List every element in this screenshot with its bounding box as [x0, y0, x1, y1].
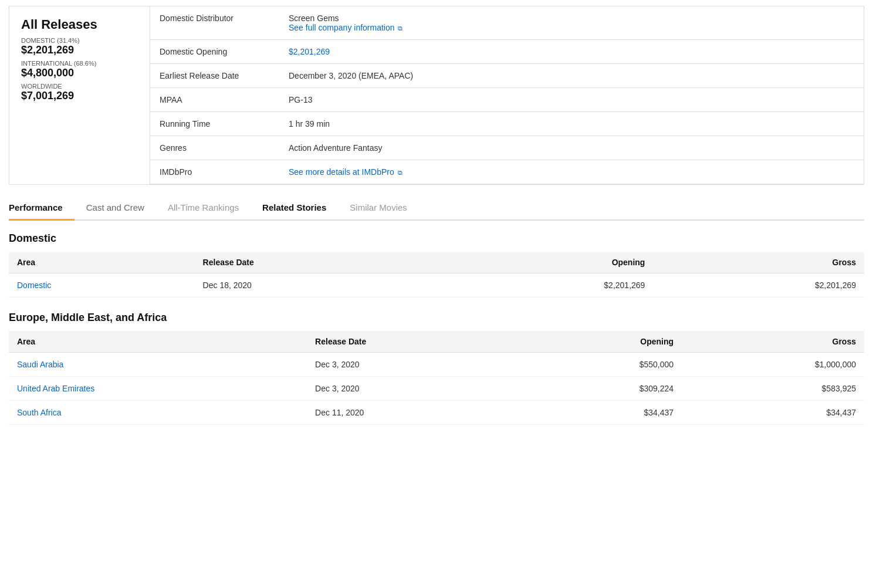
- info-row-runtime: Running Time 1 hr 39 min: [150, 112, 864, 136]
- info-label-distributor: Domestic Distributor: [150, 6, 279, 40]
- domestic-release-date: Dec 18, 2020: [195, 273, 442, 298]
- southafrica-area: South Africa: [9, 401, 307, 425]
- info-value-imdbpro: See more details at IMDbPro ⧉: [279, 160, 864, 184]
- tab-similar-movies[interactable]: Similar Movies: [350, 197, 419, 219]
- info-value-opening: $2,201,269: [279, 40, 864, 64]
- emea-table-header: Area Release Date Opening Gross: [9, 331, 864, 353]
- info-label-release-date: Earliest Release Date: [150, 64, 279, 88]
- emea-col-gross: Gross: [682, 331, 864, 353]
- domestic-area: Domestic: [9, 273, 195, 298]
- domestic-amount: $2,201,269: [21, 44, 138, 56]
- southafrica-area-link[interactable]: South Africa: [17, 408, 62, 417]
- info-value-mpaa: PG-13: [279, 88, 864, 112]
- col-opening: Opening: [442, 252, 654, 273]
- saudi-opening: $550,000: [521, 353, 682, 377]
- worldwide-label: WORLDWIDE: [21, 83, 138, 90]
- info-label-mpaa: MPAA: [150, 88, 279, 112]
- info-value-runtime: 1 hr 39 min: [279, 112, 864, 136]
- domestic-opening: $2,201,269: [442, 273, 654, 298]
- external-link-icon-2: ⧉: [398, 169, 402, 176]
- uae-release-date: Dec 3, 2020: [307, 377, 521, 401]
- uae-area: United Arab Emirates: [9, 377, 307, 401]
- tab-cast-crew[interactable]: Cast and Crew: [86, 197, 156, 219]
- domestic-section: Domestic Area Release Date Opening Gross…: [9, 232, 864, 298]
- col-gross: Gross: [653, 252, 864, 273]
- international-label: INTERNATIONAL (68.6%): [21, 60, 138, 67]
- company-info-link[interactable]: See full company information ⧉: [289, 23, 402, 32]
- worldwide-amount: $7,001,269: [21, 90, 138, 102]
- domestic-table-header: Area Release Date Opening Gross: [9, 252, 864, 273]
- col-area: Area: [9, 252, 195, 273]
- emea-col-opening: Opening: [521, 331, 682, 353]
- domestic-area-link[interactable]: Domestic: [17, 281, 51, 290]
- tabs-list: Performance Cast and Crew All-Time Ranki…: [9, 197, 864, 219]
- saudi-release-date: Dec 3, 2020: [307, 353, 521, 377]
- col-release-date: Release Date: [195, 252, 442, 273]
- info-label-imdbpro: IMDbPro: [150, 160, 279, 184]
- info-value-genres: Action Adventure Fantasy: [279, 136, 864, 160]
- summary-section: All Releases DOMESTIC (31.4%) $2,201,269…: [9, 6, 864, 185]
- southafrica-gross: $34,437: [682, 401, 864, 425]
- tab-performance[interactable]: Performance: [9, 197, 75, 219]
- info-row-imdbpro: IMDbPro See more details at IMDbPro ⧉: [150, 160, 864, 184]
- info-table: Domestic Distributor Screen Gems See ful…: [150, 6, 864, 184]
- domestic-gross: $2,201,269: [653, 273, 864, 298]
- info-row-release-date: Earliest Release Date December 3, 2020 (…: [150, 64, 864, 88]
- uae-area-link[interactable]: United Arab Emirates: [17, 384, 94, 393]
- domestic-row: Domestic Dec 18, 2020 $2,201,269 $2,201,…: [9, 273, 864, 298]
- domestic-label: DOMESTIC (31.4%): [21, 37, 138, 44]
- tabs-section: Performance Cast and Crew All-Time Ranki…: [9, 197, 864, 221]
- emea-section: Europe, Middle East, and Africa Area Rel…: [9, 312, 864, 425]
- all-releases-title: All Releases: [21, 17, 138, 32]
- uae-opening: $309,224: [521, 377, 682, 401]
- emea-section-title: Europe, Middle East, and Africa: [9, 312, 864, 324]
- saudi-gross: $1,000,000: [682, 353, 864, 377]
- emea-row-southafrica: South Africa Dec 11, 2020 $34,437 $34,43…: [9, 401, 864, 425]
- emea-col-area: Area: [9, 331, 307, 353]
- domestic-section-title: Domestic: [9, 232, 864, 245]
- external-link-icon: ⧉: [398, 25, 402, 32]
- emea-row-uae: United Arab Emirates Dec 3, 2020 $309,22…: [9, 377, 864, 401]
- southafrica-opening: $34,437: [521, 401, 682, 425]
- saudi-area-link[interactable]: Saudi Arabia: [17, 360, 63, 369]
- saudi-area: Saudi Arabia: [9, 353, 307, 377]
- southafrica-release-date: Dec 11, 2020: [307, 401, 521, 425]
- uae-gross: $583,925: [682, 377, 864, 401]
- domestic-table: Area Release Date Opening Gross Domestic…: [9, 252, 864, 298]
- emea-table: Area Release Date Opening Gross Saudi Ar…: [9, 331, 864, 425]
- info-row-mpaa: MPAA PG-13: [150, 88, 864, 112]
- emea-row-saudi: Saudi Arabia Dec 3, 2020 $550,000 $1,000…: [9, 353, 864, 377]
- info-label-runtime: Running Time: [150, 112, 279, 136]
- info-value-release-date: December 3, 2020 (EMEA, APAC): [279, 64, 864, 88]
- info-row-genres: Genres Action Adventure Fantasy: [150, 136, 864, 160]
- info-label-genres: Genres: [150, 136, 279, 160]
- info-value-distributor: Screen Gems See full company information…: [279, 6, 864, 40]
- international-amount: $4,800,000: [21, 67, 138, 79]
- info-label-opening: Domestic Opening: [150, 40, 279, 64]
- tab-alltime-rankings[interactable]: All-Time Rankings: [168, 197, 251, 219]
- emea-col-release-date: Release Date: [307, 331, 521, 353]
- info-row-distributor: Domestic Distributor Screen Gems See ful…: [150, 6, 864, 40]
- all-releases-box: All Releases DOMESTIC (31.4%) $2,201,269…: [9, 6, 150, 184]
- tab-related-stories[interactable]: Related Stories: [262, 197, 338, 219]
- info-row-opening: Domestic Opening $2,201,269: [150, 40, 864, 64]
- domestic-opening-link[interactable]: $2,201,269: [289, 47, 330, 56]
- imdbpro-link[interactable]: See more details at IMDbPro ⧉: [289, 167, 402, 177]
